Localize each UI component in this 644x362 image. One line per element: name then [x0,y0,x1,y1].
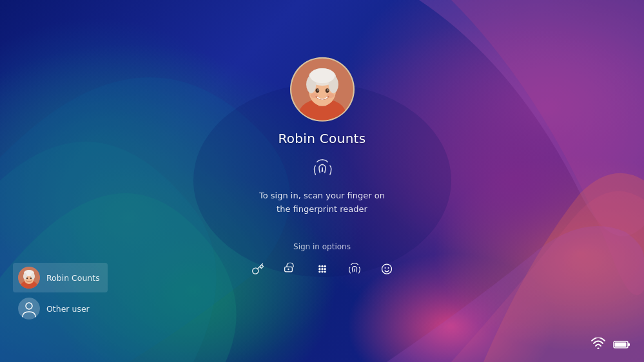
svg-point-39 [598,348,600,350]
user-name-robin: Robin Counts [46,273,100,283]
battery-icon[interactable] [613,338,631,352]
svg-point-23 [318,271,320,272]
user-list: Robin Counts Other user [13,263,108,323]
login-panel: Robin Counts To sign in, scan your finge… [248,57,397,280]
svg-point-24 [321,271,323,272]
svg-point-20 [318,268,320,270]
svg-point-37 [18,298,40,319]
svg-point-35 [26,278,28,279]
user-avatar-small-robin [18,267,40,289]
svg-point-19 [324,265,326,267]
user-avatar-small-other [18,298,40,319]
svg-point-22 [324,268,326,270]
password-signin-button[interactable] [248,258,268,279]
wifi-icon[interactable] [591,338,605,352]
svg-point-28 [387,267,389,269]
fingerprint-option-button[interactable] [344,258,365,279]
user-item-robin[interactable]: Robin Counts [13,263,108,292]
svg-rect-42 [615,342,627,347]
signin-instruction: To sign in, scan your finger on the fing… [259,189,385,216]
svg-point-25 [324,271,326,272]
svg-point-26 [382,264,391,274]
svg-point-16 [288,268,289,270]
security-key-signin-button[interactable] [280,258,300,279]
signin-options-row [248,258,397,279]
svg-point-21 [321,268,323,270]
signin-options-label: Sign in options [293,242,351,251]
user-avatar [290,57,355,122]
svg-point-27 [384,267,385,269]
svg-point-36 [30,278,32,279]
user-name-other: Other user [46,304,90,314]
pin-signin-button[interactable] [312,258,333,279]
fingerprint-signin-icon[interactable] [313,159,332,183]
system-tray [591,338,631,352]
svg-point-8 [309,68,334,83]
svg-point-9 [315,88,319,93]
svg-point-17 [318,265,320,267]
user-item-other[interactable]: Other user [13,294,108,323]
svg-rect-41 [628,343,630,346]
svg-point-11 [317,90,318,91]
svg-point-12 [327,90,328,91]
username-label: Robin Counts [278,131,366,146]
svg-point-10 [325,88,329,93]
svg-point-18 [321,265,323,267]
svg-point-14 [326,93,334,98]
face-signin-button[interactable] [376,258,397,279]
svg-point-13 [310,93,318,98]
